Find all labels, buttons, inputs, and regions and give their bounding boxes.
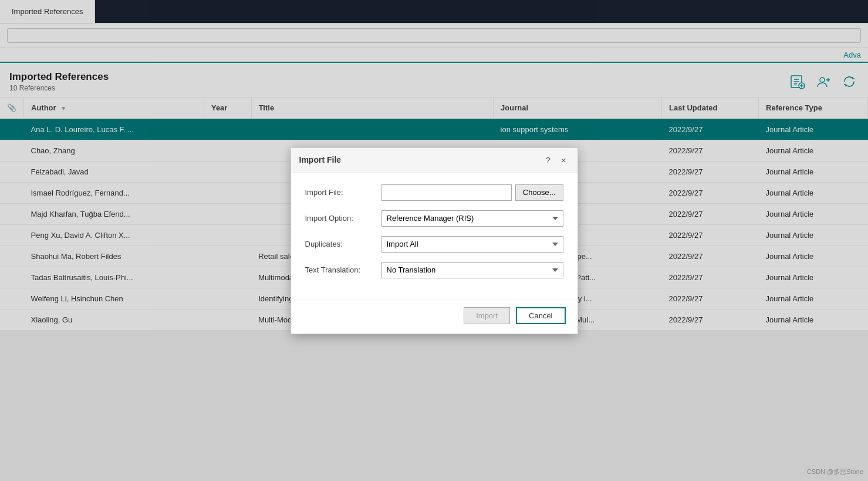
duplicates-row: Duplicates: Import AllDiscard Duplicates… [305,236,563,253]
duplicates-control: Import AllDiscard DuplicatesImport Into … [381,236,563,253]
modal-footer: Import Cancel [291,300,577,331]
modal-title: Import File [299,155,342,164]
import-option-select[interactable]: Reference Manager (RIS)EndNote XMLBibTeX [381,210,563,227]
import-option-control: Reference Manager (RIS)EndNote XMLBibTeX [381,210,563,227]
cancel-button[interactable]: Cancel [516,307,565,324]
modal-overlay: Import File ? × Import File: Choose... I… [0,0,868,331]
import-button[interactable]: Import [464,307,510,324]
modal-controls: ? × [542,154,569,166]
text-translation-select[interactable]: No TranslationUnicode to ASCII [381,262,563,278]
modal-titlebar: Import File ? × [291,148,577,173]
import-file-input[interactable] [381,184,512,201]
text-translation-label: Text Translation: [305,265,381,274]
duplicates-select[interactable]: Import AllDiscard DuplicatesImport Into … [381,236,563,253]
import-file-label: Import File: [305,188,381,197]
import-option-label: Import Option: [305,214,381,223]
import-file-modal: Import File ? × Import File: Choose... I… [291,147,578,331]
import-file-row: Import File: Choose... [305,184,563,201]
modal-body: Import File: Choose... Import Option: Re… [291,173,577,300]
text-translation-control: No TranslationUnicode to ASCII [381,262,563,278]
modal-close-button[interactable]: × [558,154,569,166]
import-option-row: Import Option: Reference Manager (RIS)En… [305,210,563,227]
modal-help-button[interactable]: ? [542,154,553,166]
text-translation-row: Text Translation: No TranslationUnicode … [305,262,563,278]
duplicates-label: Duplicates: [305,240,381,248]
import-file-control: Choose... [381,184,563,201]
choose-button[interactable]: Choose... [515,184,563,201]
